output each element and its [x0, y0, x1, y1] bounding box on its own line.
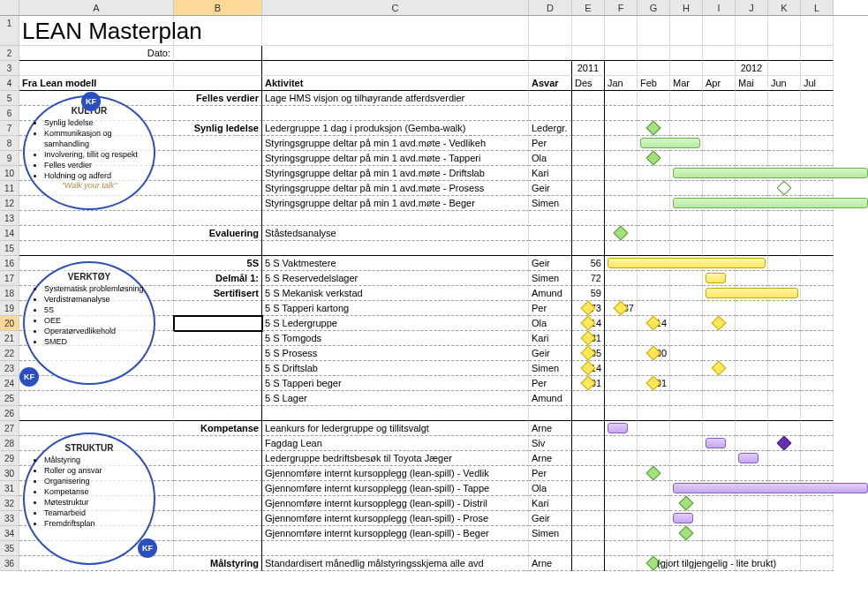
cell-D29[interactable]: Arne — [529, 451, 572, 466]
cell-B16[interactable]: 5S — [174, 256, 262, 271]
row-header-27[interactable]: 27 — [0, 421, 19, 436]
cell-I25[interactable] — [703, 391, 736, 406]
cell-C34[interactable]: Gjennomføre internt kursopplegg (lean-sp… — [262, 526, 529, 541]
cell-I16[interactable] — [703, 256, 736, 271]
cell-K19[interactable] — [768, 301, 801, 316]
cell-H33[interactable] — [670, 511, 703, 526]
cell-H30[interactable] — [670, 466, 703, 481]
cell-F32[interactable] — [605, 496, 638, 511]
cell-C33[interactable]: Gjennomføre internt kursopplegg (lean-sp… — [262, 511, 529, 526]
cell-A17[interactable] — [19, 271, 174, 286]
cell-H21[interactable] — [670, 331, 703, 346]
cell-F28[interactable] — [605, 436, 638, 451]
col-header-H[interactable]: H — [670, 0, 703, 15]
cell-E9[interactable] — [572, 151, 605, 166]
cell-B28[interactable] — [174, 436, 262, 451]
cell-F25[interactable] — [605, 391, 638, 406]
cell-L36[interactable] — [801, 556, 834, 571]
cell-G29[interactable] — [638, 451, 670, 466]
cell-A6[interactable] — [19, 106, 174, 121]
row-header-17[interactable]: 17 — [0, 271, 19, 286]
cell-K9[interactable] — [768, 151, 801, 166]
cell-E11[interactable] — [572, 181, 605, 196]
cell-C12[interactable]: Styringsgruppe deltar på min 1 avd.møte … — [262, 196, 529, 211]
cell-G24[interactable]: 101 — [638, 376, 670, 391]
cell-G10[interactable] — [638, 166, 670, 181]
cell-C7[interactable]: Ledergruppe 1 dag i produksjon (Gemba-wa… — [262, 121, 529, 136]
row-header-35[interactable]: 35 — [0, 541, 19, 556]
year-2012[interactable]: 2012 — [736, 61, 768, 76]
cell-H25[interactable] — [670, 391, 703, 406]
cell-E14[interactable] — [572, 226, 605, 241]
cell-D25[interactable]: Amund — [529, 391, 572, 406]
row-header-28[interactable]: 28 — [0, 436, 19, 451]
cell-G28[interactable] — [638, 436, 670, 451]
cell-A19[interactable] — [19, 301, 174, 316]
cell-K30[interactable] — [768, 466, 801, 481]
cell-C14[interactable]: Ståstedsanalyse — [262, 226, 529, 241]
cell-J11[interactable] — [736, 181, 768, 196]
cell-G19[interactable] — [638, 301, 670, 316]
cell-K26[interactable] — [768, 406, 801, 421]
cell-E36[interactable] — [572, 556, 605, 571]
cell-H36[interactable] — [670, 556, 703, 571]
cell-K5[interactable] — [768, 91, 801, 106]
cell-B22[interactable] — [174, 346, 262, 361]
row-16[interactable]: 165S5 S VaktmestereGeir56 — [0, 256, 868, 271]
row-6[interactable]: 6 — [0, 106, 868, 121]
cell-K14[interactable] — [768, 226, 801, 241]
row-header-11[interactable]: 11 — [0, 181, 19, 196]
cell-F23[interactable] — [605, 361, 638, 376]
row-header-15[interactable]: 15 — [0, 241, 19, 256]
row-18[interactable]: 18Sertifisert5 S Mekanisk verkstadAmund5… — [0, 286, 868, 301]
cell-H32[interactable] — [670, 496, 703, 511]
cell-I27[interactable] — [703, 421, 736, 436]
row-10[interactable]: 10Styringsgruppe deltar på min 1 avd.møt… — [0, 166, 868, 181]
row-35[interactable]: 35 — [0, 541, 868, 556]
cell-E31[interactable] — [572, 481, 605, 496]
header-jun[interactable]: Jun — [768, 76, 801, 91]
cell-G26[interactable] — [638, 406, 670, 421]
cell-L8[interactable] — [801, 136, 834, 151]
cell-G36[interactable] — [638, 556, 670, 571]
cell-D31[interactable]: Ola — [529, 481, 572, 496]
cell-K12[interactable] — [768, 196, 801, 211]
row-header-10[interactable]: 10 — [0, 166, 19, 181]
cell-I9[interactable] — [703, 151, 736, 166]
cell-E26[interactable] — [572, 406, 605, 421]
row-header-24[interactable]: 24 — [0, 376, 19, 391]
cell-J5[interactable] — [736, 91, 768, 106]
cell-G25[interactable] — [638, 391, 670, 406]
cell-E33[interactable] — [572, 511, 605, 526]
row-34[interactable]: 34Gjennomføre internt kursopplegg (lean-… — [0, 526, 868, 541]
cell-G20[interactable]: 114 — [638, 316, 670, 331]
cell-G9[interactable] — [638, 151, 670, 166]
cell-E21[interactable]: 31 — [572, 331, 605, 346]
cell-B20[interactable] — [174, 316, 262, 331]
cell-K29[interactable] — [768, 451, 801, 466]
row-5[interactable]: 5Felles verdierLage HMS visjon og tilhøy… — [0, 91, 868, 106]
row-8[interactable]: 8Styringsgruppe deltar på min 1 avd.møte… — [0, 136, 868, 151]
row-17[interactable]: 17Delmål 1:5 S ReservedelslagerSimen72 — [0, 271, 868, 286]
cell-C35[interactable] — [262, 541, 529, 556]
cell-C32[interactable]: Gjennomføre internt kursopplegg (lean-sp… — [262, 496, 529, 511]
cell-K17[interactable] — [768, 271, 801, 286]
cell-L29[interactable] — [801, 451, 834, 466]
cell-F5[interactable] — [605, 91, 638, 106]
cell-A23[interactable] — [19, 361, 174, 376]
cell-H7[interactable] — [670, 121, 703, 136]
row-header-1[interactable]: 1 — [0, 16, 19, 46]
cell-J10[interactable] — [736, 166, 768, 181]
cell-G30[interactable] — [638, 466, 670, 481]
row-header-13[interactable]: 13 — [0, 211, 19, 226]
row-header-5[interactable]: 5 — [0, 91, 19, 106]
cell-B21[interactable] — [174, 331, 262, 346]
cell-K32[interactable] — [768, 496, 801, 511]
cell-C21[interactable]: 5 S Tomgods — [262, 331, 529, 346]
cell-E24[interactable]: 101 — [572, 376, 605, 391]
cell-H13[interactable] — [670, 211, 703, 226]
cell-C27[interactable]: Leankurs for ledergruppe og tillitsvalgt — [262, 421, 529, 436]
cell-F8[interactable] — [605, 136, 638, 151]
cell-F24[interactable] — [605, 376, 638, 391]
cell-D12[interactable]: Simen — [529, 196, 572, 211]
